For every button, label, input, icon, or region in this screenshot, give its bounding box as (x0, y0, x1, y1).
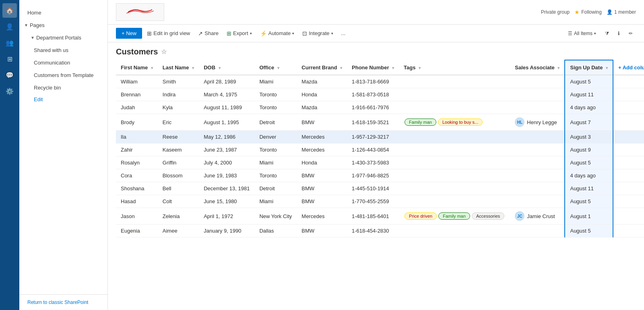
nav-customers-template[interactable]: Customers from Template (19, 69, 107, 81)
col-header-add[interactable]: + Add column ▾ (613, 60, 644, 75)
cell-last_name: Smith (158, 75, 199, 88)
more-button[interactable]: ... (338, 28, 349, 38)
col-header-last-name[interactable]: Last Name ▾ (158, 60, 199, 75)
col-header-brand[interactable]: Current Brand ▾ (297, 60, 347, 75)
col-header-dob[interactable]: DOB ▾ (199, 60, 254, 75)
chevron-down-icon: ▼ (24, 23, 28, 27)
nav-home[interactable]: Home (19, 6, 107, 19)
nav-pages-section[interactable]: ▼ Pages (19, 19, 107, 31)
table-row[interactable]: BrennanIndiraMarch 4, 1975TorontoHonda1-… (116, 88, 644, 101)
cell-signup-date: August 5 (565, 156, 613, 169)
cell-last_name: Eric (158, 114, 199, 131)
following-button[interactable]: ★ Following (574, 9, 602, 15)
export-icon: ⊞ (227, 30, 231, 37)
cell-phone_number: 1-813-718-6669 (347, 75, 399, 88)
cell-last_name: Blossom (158, 169, 199, 182)
all-items-button[interactable]: ☰ All Items ▾ (565, 29, 599, 38)
col-header-signup[interactable]: Sign Up Date ▾ (565, 60, 613, 75)
automate-chevron-icon: ▾ (292, 31, 294, 35)
nav-shared[interactable]: Shared with us (19, 44, 107, 56)
tag-badge: Family man (438, 212, 470, 220)
table-row[interactable]: EugeniaAimeeJanuary 9, 1990DallasBMW1-61… (116, 225, 644, 237)
customers-table: First Name ▾ Last Name ▾ DOB ▾ Office ▾ … (116, 60, 644, 237)
new-button[interactable]: + New (116, 28, 142, 39)
associate-name: Henry Legge (527, 119, 557, 125)
all-items-label: All Items (574, 31, 592, 36)
group-icon[interactable]: 👥 (2, 35, 17, 50)
cell-associate (510, 131, 565, 144)
page-title: Customers ☆ (116, 47, 636, 56)
table-row[interactable]: JudahKylaAugust 11, 1989TorontoMazda1-91… (116, 101, 644, 114)
return-classic-link[interactable]: Return to classic SharePoint (19, 294, 108, 310)
left-sidebar: 🏠 👤 👥 ⊞ 💬 ⚙️ (0, 0, 19, 310)
nav-edit[interactable]: Edit (19, 94, 107, 105)
cell-signup-date: August 5 (565, 195, 613, 208)
table-row[interactable]: JasonZeleniaApril 1, 1972New York CityMe… (116, 208, 644, 225)
sort-icon: ▾ (557, 66, 559, 70)
cell-signup-date: August 1 (565, 208, 613, 225)
associate-item: JCJamie Crust (515, 211, 559, 221)
share-icon: ↗ (198, 30, 203, 37)
chat-icon[interactable]: 💬 (2, 68, 17, 82)
filter-button[interactable]: ⧩ (602, 29, 612, 38)
home-icon[interactable]: 🏠 (2, 3, 17, 18)
favorite-icon[interactable]: ☆ (161, 48, 167, 56)
cell-associate (510, 156, 565, 169)
cell-associate (510, 144, 565, 156)
col-header-associate[interactable]: Sales Associate ▾ (510, 60, 565, 75)
edit-grid-button[interactable]: ⊞ Edit in grid view (144, 28, 193, 39)
filter-icon: ⧩ (605, 31, 609, 36)
nav-dept-label: Department Portals (36, 35, 81, 41)
data-table-container: First Name ▾ Last Name ▾ DOB ▾ Office ▾ … (108, 60, 644, 310)
cell-first_name: Ila (116, 131, 158, 144)
info-button[interactable]: ℹ (615, 29, 623, 38)
table-row[interactable]: IlaReeseMay 12, 1986DenverMercedes1-957-… (116, 131, 644, 144)
nav-dept-portals[interactable]: ▼ Department Portals (19, 31, 107, 44)
nav-communication[interactable]: Communication (19, 56, 107, 69)
table-row[interactable]: BrodyEricAugust 1, 1995DetroitBMW1-618-1… (116, 114, 644, 131)
cell-current_brand: Mazda (297, 101, 347, 114)
col-header-phone[interactable]: Phone Number ▾ (347, 60, 399, 75)
table-row[interactable]: WilliamSmithApril 28, 1989MiamiMazda1-81… (116, 75, 644, 88)
table-row[interactable]: ZahirKaseemJune 23, 1987TorontoMercedes1… (116, 144, 644, 156)
cell-current_brand: BMW (297, 114, 347, 131)
settings-icon[interactable]: ⚙️ (2, 84, 17, 98)
cell-current_brand: Honda (297, 88, 347, 101)
cell-dob: May 12, 1986 (199, 131, 254, 144)
cell-associate (510, 75, 565, 88)
cell-dob: January 9, 1990 (199, 225, 254, 237)
cell-current_brand: Mazda (297, 75, 347, 88)
table-row[interactable]: HasadColtJune 15, 1980MiamiBMW1-770-455-… (116, 195, 644, 208)
col-header-tags[interactable]: Tags ▾ (399, 60, 510, 75)
table-row[interactable]: RosalynGriffinJuly 4, 2000MiamiHonda1-43… (116, 156, 644, 169)
share-button[interactable]: ↗ Share (195, 28, 222, 39)
table-row[interactable]: ShoshanaBellDecember 13, 1981DetroitBMW1… (116, 182, 644, 195)
cell-dob: March 4, 1975 (199, 88, 254, 101)
sort-icon: ▾ (151, 66, 153, 70)
cell-dob: April 28, 1989 (199, 75, 254, 88)
cell-signup-date: August 7 (565, 114, 613, 131)
cell-first_name: Eugenia (116, 225, 158, 237)
edit-view-button[interactable]: ✏ (625, 29, 636, 38)
cell-signup-date: August 11 (565, 182, 613, 195)
cell-signup-date: 4 days ago (565, 169, 613, 182)
automate-button[interactable]: ⚡ Automate ▾ (257, 28, 298, 39)
cell-add-column (613, 208, 644, 225)
tag-badge: Accessories (472, 212, 504, 220)
person-icon[interactable]: 👤 (2, 19, 17, 34)
table-row[interactable]: CoraBlossomJune 19, 1983TorontoBMW1-977-… (116, 169, 644, 182)
members-button[interactable]: 👤 1 member (607, 9, 636, 15)
export-button[interactable]: ⊞ Export ▾ (223, 28, 255, 39)
tag-badge: Looking to buy s... (438, 119, 483, 126)
all-items-chevron-icon: ▾ (594, 31, 596, 35)
integrate-icon: ⊡ (302, 30, 307, 37)
cell-add-column (613, 156, 644, 169)
col-header-first-name[interactable]: First Name ▾ (116, 60, 158, 75)
integrate-button[interactable]: ⊡ Integrate ▾ (299, 28, 336, 39)
grid-icon[interactable]: ⊞ (2, 52, 17, 66)
cell-first_name: Brody (116, 114, 158, 131)
nav-recycle-bin[interactable]: Recycle bin (19, 81, 107, 94)
site-logo (116, 3, 164, 21)
col-header-office[interactable]: Office ▾ (254, 60, 297, 75)
cell-add-column (613, 88, 644, 101)
